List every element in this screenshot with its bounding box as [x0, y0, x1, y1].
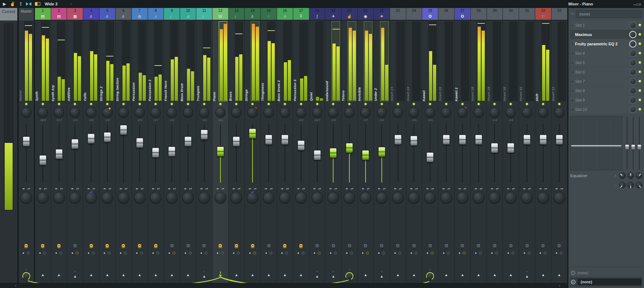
volume-fader[interactable]	[535, 122, 551, 186]
volume-fader[interactable]	[471, 122, 487, 186]
stereo-sep-knob[interactable]	[231, 192, 242, 203]
slot-mix-knob[interactable]	[629, 59, 636, 66]
volume-fader[interactable]	[422, 122, 438, 186]
route-cell[interactable]: ▲	[455, 266, 470, 283]
latch-dot[interactable]	[185, 252, 186, 254]
send-knob[interactable]	[21, 271, 31, 281]
channel-tab-percussion-2[interactable]: 8♪	[148, 8, 164, 21]
volume-fader[interactable]	[196, 122, 212, 186]
pan-knob[interactable]	[489, 107, 500, 117]
pan-knob[interactable]	[247, 107, 258, 117]
slot-mix-knob[interactable]	[629, 106, 636, 113]
mute-led[interactable]	[461, 103, 464, 105]
stereo-sep-knob[interactable]	[134, 192, 146, 203]
fader-handle[interactable]	[491, 143, 498, 153]
mute-led[interactable]	[90, 103, 92, 105]
mute-led[interactable]	[284, 103, 286, 105]
mute-led[interactable]	[381, 103, 383, 105]
time-icon[interactable]	[334, 252, 337, 255]
mixer-strip-insert-31[interactable]: 31Insert 31◂▸▴▾ˆ▲	[519, 8, 535, 283]
channel-tab-cello[interactable]: 4♬	[83, 8, 99, 21]
route-arrow-up[interactable]: ▲	[170, 273, 174, 277]
route-arrow-up[interactable]: ▲	[106, 273, 109, 277]
time-icon[interactable]	[511, 252, 514, 255]
latch-dot[interactable]	[152, 252, 154, 254]
pan-knob[interactable]	[425, 107, 435, 117]
route-cell[interactable]: ▲	[293, 266, 309, 283]
mute-led[interactable]	[316, 103, 318, 105]
fx-enable-plug[interactable]	[380, 244, 383, 248]
time-icon[interactable]	[205, 252, 207, 255]
channel-tab-french-horn[interactable]: 9♩	[164, 8, 180, 21]
fx-enable-plug[interactable]	[170, 244, 174, 248]
fx-enable-plug[interactable]	[187, 244, 190, 248]
channel-tab-insert-23[interactable]: 23	[390, 8, 406, 21]
route-arrow-up[interactable]: ▲	[267, 273, 270, 277]
fx-enable-plug[interactable]	[235, 244, 238, 248]
minimize-button[interactable]: —	[633, 3, 637, 6]
pan-knob[interactable]	[21, 107, 31, 117]
stereo-sep-knob[interactable]	[376, 192, 388, 203]
latch-dot[interactable]	[281, 252, 283, 254]
latch-dot[interactable]	[136, 252, 138, 254]
latch-dot[interactable]	[72, 252, 73, 254]
collapse-icon[interactable]	[26, 2, 31, 6]
eq-band-fader[interactable]	[625, 116, 629, 170]
channel-tab-kawaii-2[interactable]: 27✪	[455, 8, 470, 21]
fader-handle[interactable]	[298, 140, 305, 150]
stereo-sep-knob[interactable]	[166, 192, 178, 203]
route-arrow-up[interactable]: ▲	[558, 273, 561, 277]
mixer-strip-insert-26[interactable]: 26Insert 26◂▸▴▾▲	[438, 8, 455, 283]
fx-slot-slot-5[interactable]: ▸Slot 5	[570, 58, 642, 67]
mixer-strip-percussion-3[interactable]: 17ŦPercussion 3-4.2◂▸▴▾▲	[293, 8, 309, 283]
route-arrow-up[interactable]: ▲	[73, 274, 77, 278]
slot-arrow-icon[interactable]: ▸	[572, 108, 574, 111]
mixer-strip-brass[interactable]: 13♩Brass◂▸▴▾▲	[229, 8, 245, 283]
latch-dot[interactable]	[556, 252, 557, 254]
mixer-strip-synth[interactable]: 1▤Synth-16.5◂▸▴▾▲	[35, 8, 51, 283]
route-arrow-up[interactable]: ▲	[41, 273, 45, 277]
route-cell[interactable]: ▲	[164, 266, 180, 283]
fader-handle[interactable]	[217, 147, 224, 157]
stereo-sep-knob[interactable]	[182, 192, 194, 203]
channel-tab-strings[interactable]: 14♬	[245, 8, 260, 21]
mixer-strip-insert-23[interactable]: 23Insert 23◂▸▴▾▲	[390, 8, 406, 283]
latch-dot[interactable]	[475, 252, 477, 254]
stereo-sep-knob[interactable]	[295, 192, 307, 203]
time-icon[interactable]	[43, 252, 46, 255]
route-arrow-up[interactable]: ▲	[396, 273, 400, 277]
slot-enable-led[interactable]	[639, 42, 641, 45]
route-cell[interactable]: ˆ	[422, 266, 438, 283]
time-icon[interactable]	[431, 252, 434, 255]
mute-led[interactable]	[203, 103, 205, 105]
fx-slot-fruity-parametric-eq-2[interactable]: ▸Fruity parametric EQ 2	[570, 39, 642, 48]
route-cell[interactable]: ˆ▲	[196, 266, 212, 283]
input-source-row[interactable]: ↷ (none)	[570, 9, 642, 19]
route-arrow-up[interactable]: ▲	[235, 273, 238, 277]
slot-arrow-icon[interactable]: ▸	[572, 98, 574, 102]
channel-tab-totoro[interactable]: 20☝	[341, 8, 357, 21]
time-icon[interactable]	[415, 252, 417, 255]
fader-handle[interactable]	[104, 132, 111, 142]
fx-enable-plug[interactable]	[299, 244, 303, 248]
route-cell[interactable]: ▲	[358, 266, 374, 283]
latch-dot[interactable]	[265, 252, 267, 254]
latch-dot[interactable]	[120, 252, 121, 254]
fader-handle[interactable]	[152, 148, 159, 158]
stereo-sep-knob[interactable]	[408, 192, 420, 203]
pan-knob[interactable]	[393, 107, 403, 117]
channel-tab-thinginess[interactable]: 15◌	[261, 8, 277, 21]
stereo-sep-knob[interactable]	[102, 192, 113, 203]
stereo-sep-knob[interactable]	[118, 192, 129, 203]
route-arrow-up[interactable]: ▲	[202, 274, 206, 278]
eq-freq-knob[interactable]	[619, 172, 626, 179]
mute-led[interactable]	[187, 103, 189, 105]
channel-tab-insert-29[interactable]: 29	[487, 8, 503, 21]
volume-fader[interactable]	[83, 122, 99, 186]
close-button[interactable]: ×	[639, 3, 641, 6]
mixer-strip-strings[interactable]: 14♬Strings◂▸▴▾▲	[245, 8, 261, 283]
fader-handle[interactable]	[443, 135, 450, 145]
time-icon[interactable]	[398, 252, 401, 255]
mixer-strip-percussion[interactable]: 7◎Percussion-0.5◂▸▴▾▲	[132, 8, 148, 283]
preset-label[interactable]: Wide 3	[45, 2, 57, 6]
